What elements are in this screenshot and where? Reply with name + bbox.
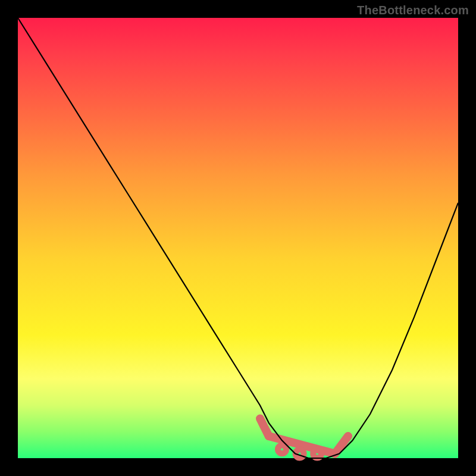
chart-stage: TheBottleneck.com — [0, 0, 476, 476]
marker-layer — [260, 418, 348, 456]
chart-svg — [18, 18, 458, 458]
bottleneck-curve — [18, 18, 458, 458]
bottom-dot-1 — [279, 446, 285, 452]
bottom-dot-3 — [314, 451, 320, 457]
watermark-text: TheBottleneck.com — [357, 4, 469, 17]
